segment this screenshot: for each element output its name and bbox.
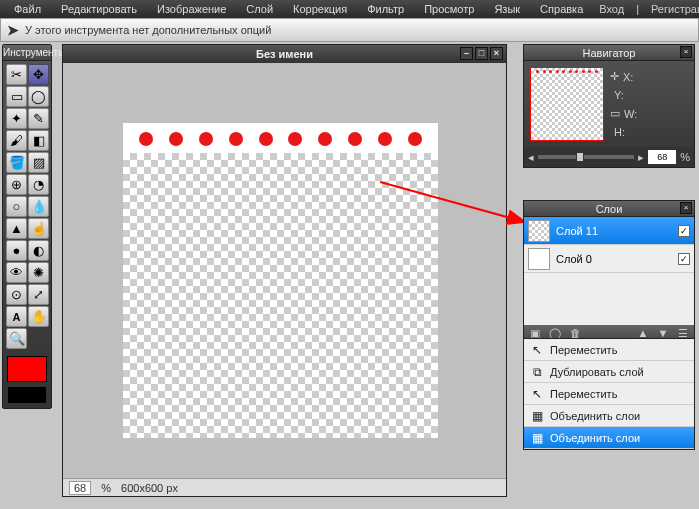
zoom-tool[interactable]: 🔍: [6, 328, 27, 349]
background-color[interactable]: [7, 386, 47, 404]
stamp-shape: [348, 132, 362, 146]
history-item[interactable]: ↖Переместить: [524, 339, 694, 361]
pencil-tool[interactable]: ✎: [28, 108, 49, 129]
layer-thumb: [528, 220, 550, 242]
crosshair-icon: ✛: [610, 70, 619, 83]
history-item[interactable]: ▦Объединить слои: [524, 405, 694, 427]
smudge-tool[interactable]: ☝: [28, 218, 49, 239]
wand-tool[interactable]: ✦: [6, 108, 27, 129]
toolbox-title: Инструменты: [3, 45, 51, 61]
stamp-shape: [169, 132, 183, 146]
move-tool[interactable]: ✥: [28, 64, 49, 85]
menu-view[interactable]: Просмотр: [414, 1, 484, 17]
login-link[interactable]: Вход: [593, 1, 630, 17]
history-panel: ↖Переместить ⧉Дублировать слой ↖Перемест…: [523, 338, 695, 450]
gradient-tool[interactable]: ▨: [28, 152, 49, 173]
document-title[interactable]: Без имени – □ ×: [63, 45, 506, 63]
canvas-dims: 600x600 px: [121, 482, 178, 494]
layer-name[interactable]: Слой 11: [556, 225, 672, 237]
menu-edit[interactable]: Редактировать: [51, 1, 147, 17]
zoom-unit: %: [101, 482, 111, 494]
layer-row[interactable]: Слой 11 ✓: [524, 217, 694, 245]
stamp-shape: [259, 132, 273, 146]
options-bar: ➤ У этого инструмента нет дополнительных…: [0, 18, 699, 42]
draw-tool[interactable]: ○: [6, 196, 27, 217]
menu-lang[interactable]: Язык: [484, 1, 530, 17]
marquee-tool[interactable]: ▭: [6, 86, 27, 107]
status-bar: 68 % 600x600 px: [63, 478, 506, 496]
close-icon[interactable]: ×: [680, 202, 692, 214]
document-window: Без имени – □ ×: [62, 44, 507, 497]
stamp-shape: [199, 132, 213, 146]
transparent-area: [123, 153, 438, 438]
stamp-shape: [378, 132, 392, 146]
bucket-tool[interactable]: 🪣: [6, 152, 27, 173]
stamp-shape: [318, 132, 332, 146]
sharpen-tool[interactable]: ▲: [6, 218, 27, 239]
zoom-value[interactable]: 68: [69, 481, 91, 495]
artwork[interactable]: [123, 123, 438, 438]
options-text: У этого инструмента нет дополнительных о…: [25, 24, 271, 36]
brush-tool[interactable]: 🖌: [6, 130, 27, 151]
history-item[interactable]: ▦Объединить слои: [524, 427, 694, 449]
stamp-shape: [139, 132, 153, 146]
navigator-title[interactable]: Навигатор×: [524, 45, 694, 61]
hand-tool[interactable]: ✋: [28, 306, 49, 327]
layer-row[interactable]: Слой 0 ✓: [524, 245, 694, 273]
navigator-panel: Навигатор× ✛X: Y: ▭W: H: ◂ ▸ 68 %: [523, 44, 695, 168]
stamp-shape: [288, 132, 302, 146]
menu-layer[interactable]: Слой: [236, 1, 283, 17]
eyedrop-tool[interactable]: ⤢: [28, 284, 49, 305]
menu-file[interactable]: Файл: [4, 1, 51, 17]
merge-icon: ▦: [530, 431, 544, 445]
stamp-shape: [408, 132, 422, 146]
dodge-tool[interactable]: ◐: [28, 240, 49, 261]
pinch-tool[interactable]: ⊙: [6, 284, 27, 305]
layer-visible-checkbox[interactable]: ✓: [678, 253, 690, 265]
merge-icon: ▦: [530, 409, 544, 423]
history-item[interactable]: ⧉Дублировать слой: [524, 361, 694, 383]
menu-help[interactable]: Справка: [530, 1, 593, 17]
spot-tool[interactable]: ✺: [28, 262, 49, 283]
move-icon: ↖: [530, 343, 544, 357]
nav-zoom-value[interactable]: 68: [648, 150, 676, 164]
close-button[interactable]: ×: [490, 47, 503, 60]
move-icon: ↖: [530, 387, 544, 401]
minimize-button[interactable]: –: [460, 47, 473, 60]
canvas-area[interactable]: [63, 63, 506, 478]
pointer-icon: ➤: [7, 22, 19, 38]
menu-filter[interactable]: Фильтр: [357, 1, 414, 17]
register-link[interactable]: Регистрация: [645, 1, 699, 17]
layers-title[interactable]: Слои×: [524, 201, 694, 217]
layer-thumb: [528, 248, 550, 270]
duplicate-icon: ⧉: [530, 365, 544, 379]
redeye-tool[interactable]: 👁: [6, 262, 27, 283]
history-item[interactable]: ↖Переместить: [524, 383, 694, 405]
menu-image[interactable]: Изображение: [147, 1, 236, 17]
menu-correction[interactable]: Коррекция: [283, 1, 357, 17]
layer-visible-checkbox[interactable]: ✓: [678, 225, 690, 237]
layers-panel: Слои× Слой 11 ✓ Слой 0 ✓ ▣ ◯ 🗑 ▲ ▼ ☰: [523, 200, 695, 344]
close-icon[interactable]: ×: [680, 46, 692, 58]
zoom-slider[interactable]: ◂ ▸ 68 %: [524, 147, 694, 167]
stamp-shape: [229, 132, 243, 146]
maximize-button[interactable]: □: [475, 47, 488, 60]
replace-tool[interactable]: ◔: [28, 174, 49, 195]
sponge-tool[interactable]: ●: [6, 240, 27, 261]
lasso-tool[interactable]: ◯: [28, 86, 49, 107]
type-tool[interactable]: A: [6, 306, 27, 327]
blur-tool[interactable]: 💧: [28, 196, 49, 217]
toolbox: Инструменты ✂ ✥ ▭ ◯ ✦ ✎ 🖌 ◧ 🪣 ▨ ⊕ ◔ ○ 💧 …: [2, 44, 52, 409]
rect-icon: ▭: [610, 107, 620, 120]
foreground-color[interactable]: [7, 356, 47, 382]
clone-tool[interactable]: ⊕: [6, 174, 27, 195]
eraser-tool[interactable]: ◧: [28, 130, 49, 151]
navigator-preview[interactable]: [530, 67, 604, 141]
auth-sep: |: [630, 1, 645, 17]
layer-name[interactable]: Слой 0: [556, 253, 672, 265]
menubar: Файл Редактировать Изображение Слой Корр…: [0, 0, 699, 18]
crop-tool[interactable]: ✂: [6, 64, 27, 85]
